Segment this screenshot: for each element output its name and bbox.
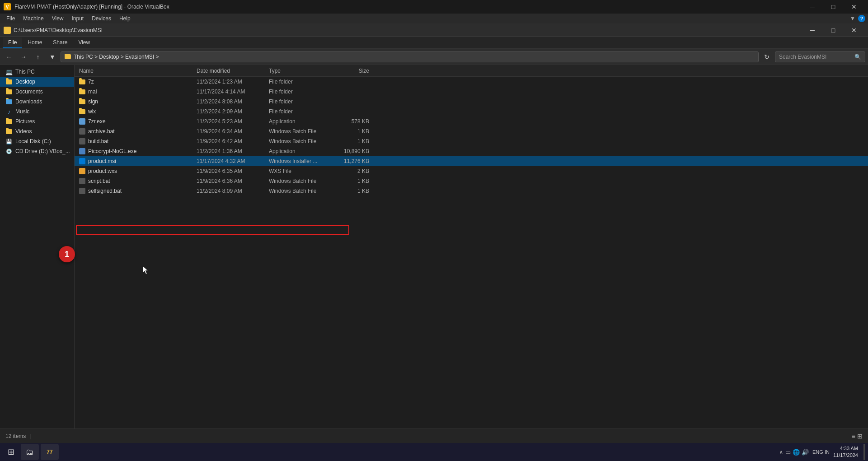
file-table: 7z 11/2/2024 1:23 AM File folder mal 11/… <box>75 77 868 460</box>
sidebar-item-desktop[interactable]: Desktop <box>0 77 74 87</box>
sidebar-item-videos[interactable]: Videos <box>0 126 74 136</box>
vbox-titlebar: V FlareVM-PMAT (HostOnlyAdapter) [Runnin… <box>0 0 868 14</box>
table-row[interactable]: archive.bat 11/9/2024 6:34 AM Windows Ba… <box>75 126 868 136</box>
taskbar-fileexplorer[interactable]: 🗂 <box>21 444 39 460</box>
file-size: 1 KB <box>330 128 371 135</box>
file-name-cell: 7zr.exe <box>77 118 195 125</box>
app2-icon: 77 <box>47 449 52 455</box>
taskbar-app2[interactable]: 77 <box>41 444 59 460</box>
explorer-close-button[interactable]: ✕ <box>844 23 864 37</box>
file-size: 1 KB <box>330 178 371 184</box>
file-name-cell: product.msi <box>77 158 195 164</box>
file-date: 11/9/2024 6:35 AM <box>195 168 267 174</box>
status-text: 12 items <box>5 433 26 439</box>
address-folder-icon <box>65 54 71 59</box>
vbox-title-text: FlareVM-PMAT (HostOnlyAdapter) [Running]… <box>14 4 169 10</box>
sidebar-label-pictures: Pictures <box>15 118 35 125</box>
col-header-date[interactable]: Date modified <box>195 68 267 74</box>
file-name: mal <box>88 88 97 95</box>
tray-network-icon[interactable]: ▭ <box>785 449 791 456</box>
music-icon: ♪ <box>5 108 13 115</box>
ribbon-tab-home[interactable]: Home <box>22 37 47 48</box>
file-date: 11/9/2024 6:42 AM <box>195 138 267 144</box>
sidebar-item-music[interactable]: ♪ Music <box>0 107 74 116</box>
clock-date: 11/17/2024 <box>833 452 858 459</box>
table-row[interactable]: product.wxs 11/9/2024 6:35 AM WXS File 2… <box>75 166 868 176</box>
file-date: 11/2/2024 8:08 AM <box>195 98 267 105</box>
file-name: Picocrypt-NoGL.exe <box>88 148 136 154</box>
vbox-menubar: File Machine View Input Devices Help ▼ ? <box>0 14 868 23</box>
sidebar-item-downloads[interactable]: Downloads <box>0 97 74 107</box>
vbox-menu-view[interactable]: View <box>48 14 67 23</box>
explorer-titlebar: C:\Users\PMAT\Desktop\EvasionMSI ─ □ ✕ <box>0 23 868 37</box>
sidebar-item-documents[interactable]: Documents <box>0 87 74 97</box>
file-name: sign <box>88 98 98 105</box>
bat-icon <box>79 138 85 144</box>
sidebar-item-cddrive[interactable]: 💿 CD Drive (D:) VBox_... <box>0 146 74 156</box>
sidebar-item-pictures[interactable]: Pictures <box>0 116 74 126</box>
vbox-minimize-button[interactable]: ─ <box>802 0 823 14</box>
videos-icon <box>5 128 13 135</box>
show-desktop-btn[interactable] <box>863 444 865 460</box>
back-button[interactable]: ← <box>3 51 15 63</box>
vbox-menu-devices[interactable]: Devices <box>88 14 115 23</box>
file-size: 2 KB <box>330 168 371 174</box>
table-row[interactable]: script.bat 11/9/2024 6:36 AM Windows Bat… <box>75 176 868 186</box>
table-row[interactable]: 7z 11/2/2024 1:23 AM File folder <box>75 77 868 87</box>
ribbon-tab-view[interactable]: View <box>73 37 95 48</box>
start-button[interactable]: ⊞ <box>3 444 19 460</box>
col-header-name[interactable]: Name <box>77 68 195 74</box>
tray-expand-icon[interactable]: ∧ <box>779 449 784 456</box>
explorer-maximize-button[interactable]: □ <box>823 23 844 37</box>
up-button[interactable]: ↑ <box>32 51 44 63</box>
forward-button[interactable]: → <box>17 51 30 63</box>
ribbon-tab-file[interactable]: File <box>3 37 22 48</box>
sidebar-item-localdisk[interactable]: 💾 Local Disk (C:) <box>0 136 74 146</box>
table-row[interactable]: 7zr.exe 11/2/2024 5:23 AM Application 57… <box>75 116 868 126</box>
file-size: 578 KB <box>330 118 371 125</box>
table-row[interactable]: sign 11/2/2024 8:08 AM File folder <box>75 97 868 107</box>
search-bar[interactable]: Search EvasionMSI 🔍 <box>775 51 865 62</box>
ribbon-tabbar: File Home Share View <box>0 37 868 49</box>
file-type: File folder <box>267 88 330 95</box>
system-clock[interactable]: 4:33 AM 11/17/2024 <box>833 445 858 459</box>
file-size: 1 KB <box>330 138 371 144</box>
list-view-icon[interactable]: ≡ <box>852 433 855 440</box>
recent-button[interactable]: ▼ <box>46 51 59 63</box>
clock-time: 4:33 AM <box>833 445 858 452</box>
tray-sound-icon[interactable]: 🔊 <box>802 449 809 456</box>
table-row[interactable]: wix 11/2/2024 2:09 AM File folder <box>75 107 868 116</box>
file-name: 7zr.exe <box>88 118 106 125</box>
file-name-cell: product.wxs <box>77 168 195 174</box>
sidebar-label-thispc: This PC <box>15 69 35 75</box>
vbox-close-button[interactable]: ✕ <box>844 0 864 14</box>
sidebar-label-desktop: Desktop <box>15 79 35 85</box>
search-icon: 🔍 <box>854 54 861 60</box>
vbox-maximize-button[interactable]: □ <box>823 0 844 14</box>
vbox-help-icon: ? <box>858 15 865 22</box>
vbox-menu-input[interactable]: Input <box>68 14 88 23</box>
table-row[interactable]: Picocrypt-NoGL.exe 11/2/2024 1:36 AM App… <box>75 146 868 156</box>
col-header-size[interactable]: Size <box>330 68 371 74</box>
refresh-button[interactable]: ↻ <box>760 51 773 63</box>
vbox-menu-machine[interactable]: Machine <box>19 14 47 23</box>
col-header-type[interactable]: Type <box>267 68 330 74</box>
address-bar[interactable]: This PC > Desktop > EvasionMSI > <box>61 51 759 62</box>
sidebar: 💻 This PC Desktop Documents Downloads ♪ <box>0 65 75 460</box>
vbox-menu-help[interactable]: Help <box>116 14 134 23</box>
table-row[interactable]: selfsigned.bat 11/2/2024 8:09 AM Windows… <box>75 186 868 196</box>
pictures-icon <box>5 118 13 125</box>
file-name: product.msi <box>88 158 116 164</box>
table-row-product-msi[interactable]: product.msi 11/17/2024 4:32 AM Windows I… <box>75 156 868 166</box>
vbox-menu-file[interactable]: File <box>3 14 19 23</box>
grid-view-icon[interactable]: ⊞ <box>857 433 863 440</box>
explorer-minimize-button[interactable]: ─ <box>802 23 823 37</box>
main-layout: 💻 This PC Desktop Documents Downloads ♪ <box>0 65 868 460</box>
table-row[interactable]: build.bat 11/9/2024 6:42 AM Windows Batc… <box>75 136 868 146</box>
sidebar-item-thispc[interactable]: 💻 This PC <box>0 67 74 77</box>
ribbon-tab-share[interactable]: Share <box>47 37 73 48</box>
file-name-cell: build.bat <box>77 138 195 144</box>
table-row[interactable]: mal 11/17/2024 4:14 AM File folder <box>75 87 868 97</box>
localdisk-icon: 💾 <box>5 138 13 145</box>
tray-globe-icon[interactable]: 🌐 <box>793 449 800 456</box>
